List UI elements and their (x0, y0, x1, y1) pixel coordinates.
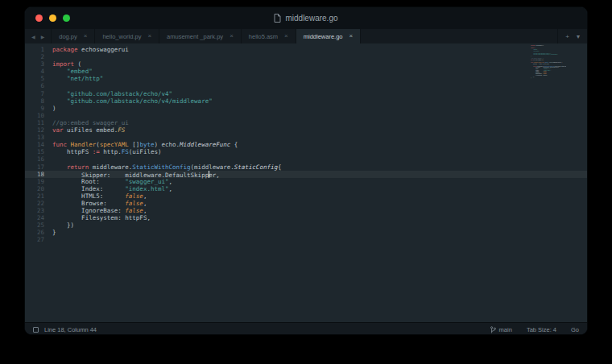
line-number: 17 (25, 163, 44, 171)
new-tab-button[interactable]: + (565, 33, 569, 40)
code-line[interactable]: 14func Handler(specYAML []byte) echo.Mid… (25, 141, 587, 148)
line-number: 22 (25, 200, 44, 207)
history-back-icon[interactable]: ◀ (31, 34, 35, 39)
tab-label: hello5.asm (249, 33, 278, 40)
title-bar: middleware.go (25, 7, 587, 29)
tab-label: middleware.go (304, 33, 343, 40)
tab-close-icon[interactable]: × (84, 33, 88, 39)
code-text: return middleware.StaticWithConfig(middl… (44, 163, 281, 171)
line-number: 3 (25, 60, 44, 68)
tab-label: dog.py (59, 33, 77, 40)
code-text: } (44, 229, 56, 236)
tab-list-dropdown-button[interactable]: ▾ (577, 33, 580, 40)
tab-strip: dog.py×hello_world.py×amusement _park.py… (52, 29, 557, 43)
code-line[interactable]: 8 "github.com/labstack/echo/v4/middlewar… (25, 97, 587, 105)
code-line[interactable]: 18 Skipper: middleware.DefaultSkipper, (25, 171, 587, 178)
history-forward-icon[interactable]: ▶ (41, 34, 45, 39)
zoom-window-button[interactable] (63, 14, 70, 22)
code-line[interactable]: 7 "github.com/labstack/echo/v4" (25, 90, 587, 97)
tab-close-icon[interactable]: × (147, 33, 151, 39)
tab-size-indicator[interactable]: Tab Size: 4 (527, 326, 556, 333)
tab-hello5-asm[interactable]: hello5.asm× (242, 29, 296, 43)
git-branch-indicator[interactable]: main (490, 326, 512, 333)
code-text: //go:embed swagger_ui (44, 119, 129, 126)
tab-middleware-go[interactable]: middleware.go× (296, 29, 361, 43)
code-line[interactable]: 2 (25, 53, 587, 60)
git-branch-icon (490, 326, 496, 333)
code-text: ) (44, 105, 56, 112)
code-text (44, 236, 52, 243)
code-text: httpFS := http.FS(uiFiles) (44, 148, 161, 155)
status-bar: Line 18, Column 44 main Tab Size: 4 Go (25, 322, 587, 335)
code-line[interactable]: 9) (25, 105, 587, 112)
line-number: 27 (25, 236, 44, 243)
line-number: 16 (25, 155, 44, 163)
code-line[interactable]: 4 "embed" (25, 68, 587, 75)
code-lines: 1package echoswaggerui23import (4 "embed… (25, 46, 587, 244)
tab-close-icon[interactable]: × (349, 33, 354, 39)
line-number: 14 (25, 141, 44, 148)
code-line[interactable]: 3import ( (25, 60, 587, 68)
code-text (44, 82, 52, 89)
line-number: 18 (25, 171, 44, 178)
code-text: "github.com/labstack/echo/v4/middleware" (44, 97, 213, 105)
code-line[interactable]: 22 Browse: false, (25, 200, 587, 207)
code-text: "github.com/labstack/echo/v4" (44, 90, 172, 97)
code-text (44, 134, 52, 141)
code-line[interactable]: 16 (25, 155, 587, 163)
line-number: 6 (25, 82, 44, 89)
code-text: }) (44, 221, 74, 229)
code-line[interactable]: 17 return middleware.StaticWithConfig(mi… (25, 163, 587, 171)
line-number: 24 (25, 214, 44, 221)
code-line[interactable]: 11//go:embed swagger_ui (25, 119, 587, 126)
code-line[interactable]: 15 httpFS := http.FS(uiFiles) (25, 148, 587, 155)
code-line[interactable]: 6 (25, 82, 587, 89)
tab-hello-world-py[interactable]: hello_world.py× (95, 29, 159, 43)
tab-label: amusement _park.py (167, 33, 223, 40)
tab-dog-py[interactable]: dog.py× (52, 29, 95, 43)
code-text: var uiFiles embed.FS (44, 126, 125, 134)
line-number: 21 (25, 192, 44, 200)
desktop-background: middleware.go ◀ ▶ dog.py×hello_world.py×… (0, 0, 612, 364)
line-number: 9 (25, 105, 44, 112)
diagnostics-icon[interactable] (33, 327, 39, 333)
minimap[interactable]: package echoswaggeruiimport ( "embed" "n… (531, 45, 566, 97)
tab-close-icon[interactable]: × (284, 33, 288, 39)
line-number: 26 (25, 229, 44, 236)
code-line[interactable]: 19 Root: "swagger_ui", (25, 178, 587, 185)
code-text: Filesystem: httpFS, (44, 214, 151, 221)
code-line[interactable]: 23 IgnoreBase: false, (25, 207, 587, 214)
code-line[interactable]: 25 }) (25, 221, 587, 229)
line-number: 20 (25, 185, 44, 192)
line-number: 7 (25, 90, 44, 97)
line-number: 12 (25, 126, 44, 134)
file-icon (274, 14, 281, 23)
tab-amusement-park-py[interactable]: amusement _park.py× (159, 29, 242, 43)
code-line[interactable]: 24 Filesystem: httpFS, (25, 214, 587, 221)
code-text: import ( (44, 60, 81, 68)
line-number: 10 (25, 112, 44, 119)
code-line[interactable]: 10 (25, 112, 587, 119)
code-text: IgnoreBase: false, (44, 207, 147, 214)
code-text: Skipper: middleware.DefaultSkipper, (44, 171, 220, 178)
code-line[interactable]: 27 (25, 236, 587, 243)
cursor-position-indicator[interactable]: Line 18, Column 44 (44, 326, 97, 333)
line-number: 23 (25, 207, 44, 214)
code-editor[interactable]: 1package echoswaggerui23import (4 "embed… (25, 43, 587, 322)
code-text: HTML5: false, (44, 192, 147, 200)
window-title: middleware.go (285, 14, 337, 23)
code-line[interactable]: 26} (25, 229, 587, 236)
code-line[interactable]: 21 HTML5: false, (25, 192, 587, 200)
code-line[interactable]: 5 "net/http" (25, 75, 587, 82)
language-indicator[interactable]: Go (571, 326, 579, 333)
code-line[interactable]: 1package echoswaggerui (25, 46, 587, 53)
editor-window: middleware.go ◀ ▶ dog.py×hello_world.py×… (24, 6, 588, 335)
code-text (44, 53, 52, 60)
code-line[interactable]: 12var uiFiles embed.FS (25, 126, 587, 134)
tab-close-icon[interactable]: × (229, 33, 234, 39)
code-line[interactable]: 13 (25, 134, 587, 141)
minimize-window-button[interactable] (49, 14, 56, 22)
code-line[interactable]: 20 Index: "index.html", (25, 185, 587, 192)
line-number: 11 (25, 119, 44, 126)
close-window-button[interactable] (35, 14, 43, 22)
